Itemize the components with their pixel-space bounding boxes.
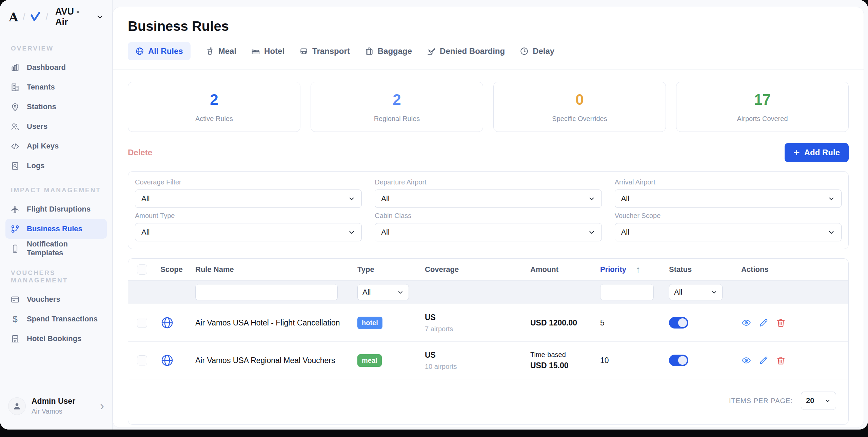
plus-icon: +: [793, 147, 800, 158]
sidebar-item-vouchers[interactable]: Vouchers: [5, 290, 107, 309]
row-checkbox[interactable]: [137, 355, 147, 365]
brand-bar: A / / AVU - Air: [0, 0, 112, 34]
select-value: All: [674, 288, 682, 297]
stat-label: Regional Rules: [374, 115, 420, 123]
sort-asc-icon: ↑: [636, 264, 640, 275]
amount-type-select[interactable]: All: [135, 223, 362, 241]
coverage-filter-select[interactable]: All: [135, 190, 362, 208]
select-value: All: [141, 228, 150, 237]
delete-icon[interactable]: [776, 355, 786, 365]
user-menu[interactable]: Admin User Air Vamos ›: [0, 389, 112, 430]
tab-meal[interactable]: Meal: [205, 42, 236, 60]
airplane-icon: [11, 205, 20, 214]
chevron-down-icon: [588, 195, 595, 202]
building-icon: [11, 83, 20, 92]
chevron-down-icon: [348, 229, 355, 236]
add-rule-label: Add Rule: [804, 148, 840, 157]
coverage-region: US: [425, 313, 530, 322]
tab-label: Transport: [312, 46, 350, 56]
delete-icon[interactable]: [776, 318, 786, 328]
select-value: All: [381, 194, 389, 203]
sidebar-item-hotel-bookings[interactable]: Hotel Bookings: [5, 329, 107, 349]
rule-name: Air Vamos USA Hotel - Flight Cancellatio…: [195, 318, 357, 327]
sidebar-item-users[interactable]: Users: [5, 117, 107, 136]
sidebar-item-business-rules[interactable]: Business Rules: [5, 219, 107, 239]
delete-button[interactable]: Delete: [128, 148, 152, 157]
row-actions: [741, 318, 848, 328]
git-branch-icon: [11, 224, 20, 234]
chevron-right-icon: ›: [100, 399, 104, 413]
rule-name: Air Vamos USA Regional Meal Vouchers: [195, 356, 357, 365]
tab-denied-boarding[interactable]: Denied Boarding: [427, 42, 505, 60]
departure-airport-select[interactable]: All: [375, 190, 601, 208]
sidebar-item-label: Spend Transactions: [27, 315, 98, 323]
sidebar-item-stations[interactable]: Stations: [5, 97, 107, 117]
view-icon[interactable]: [741, 318, 751, 328]
items-per-page-select[interactable]: 20: [801, 392, 836, 410]
sidebar-item-flight-disruptions[interactable]: Flight Disruptions: [5, 199, 107, 219]
sidebar-section-label: OVERVIEW: [11, 45, 101, 52]
table-header-row: Scope Rule Name Type Coverage Amount Pri…: [128, 259, 848, 280]
col-priority[interactable]: Priority ↑: [600, 264, 669, 275]
sidebar-item-api-keys[interactable]: Api Keys: [5, 136, 107, 156]
table-row: Air Vamos USA Hotel - Flight Cancellatio…: [128, 304, 848, 342]
status-toggle[interactable]: [669, 355, 688, 366]
sidebar-item-logs[interactable]: Logs: [5, 156, 107, 176]
brand-separator: /: [23, 12, 25, 22]
tab-label: Denied Boarding: [440, 46, 505, 56]
select-value: All: [621, 228, 629, 237]
chevron-down-icon: [96, 13, 103, 21]
avatar: [8, 397, 26, 415]
sidebar-item-tenants[interactable]: Tenants: [5, 77, 107, 97]
tab-all-rules[interactable]: All Rules: [128, 42, 191, 60]
users-icon: [11, 122, 20, 131]
rules-table: Scope Rule Name Type Coverage Amount Pri…: [128, 258, 849, 425]
status-filter-select[interactable]: All: [669, 284, 723, 300]
edit-icon[interactable]: [758, 318, 769, 328]
stat-value: 2: [393, 91, 401, 108]
select-all-checkbox[interactable]: [137, 264, 147, 275]
app-window: A / / AVU - Air OVERVIEW Dashboard Tenan…: [0, 0, 868, 430]
dollar-icon: $: [11, 314, 20, 324]
tab-baggage[interactable]: Baggage: [365, 42, 412, 60]
arrival-airport-select[interactable]: All: [615, 190, 842, 208]
voucher-scope-select[interactable]: All: [615, 223, 842, 241]
row-checkbox[interactable]: [137, 318, 147, 328]
cabin-class-select[interactable]: All: [375, 223, 601, 241]
sidebar-item-notification-templates[interactable]: Notification Templates: [5, 239, 107, 258]
clock-icon: [520, 47, 529, 56]
toggle-knob: [678, 318, 687, 327]
sidebar: A / / AVU - Air OVERVIEW Dashboard Tenan…: [0, 0, 113, 430]
hotel-building-icon: [11, 334, 20, 343]
status-toggle[interactable]: [669, 317, 688, 329]
priority-value: 5: [600, 318, 669, 327]
sidebar-item-label: Dashboard: [27, 63, 66, 72]
chevron-down-icon: [588, 229, 595, 236]
priority-filter-input[interactable]: [600, 284, 654, 300]
main-card: Business Rules All Rules Meal Hotel Tran…: [113, 7, 864, 428]
tab-delay[interactable]: Delay: [520, 42, 554, 60]
sidebar-item-label: Stations: [27, 102, 56, 111]
filters-panel: Coverage Filter All Departure Airport Al…: [128, 171, 849, 249]
col-amount: Amount: [530, 265, 600, 274]
tab-hotel[interactable]: Hotel: [251, 42, 284, 60]
select-value: 20: [806, 396, 814, 405]
tab-transport[interactable]: Transport: [299, 42, 350, 60]
sidebar-item-dashboard[interactable]: Dashboard: [5, 58, 107, 77]
tenant-name: AVU - Air: [55, 6, 93, 27]
priority-label: Priority: [600, 265, 626, 274]
type-filter-select[interactable]: All: [357, 284, 409, 300]
rule-name-filter-input[interactable]: [195, 284, 338, 300]
stat-value: 0: [575, 91, 584, 108]
drink-icon: [205, 47, 214, 56]
select-value: All: [381, 228, 389, 237]
table-filter-row: All All: [128, 280, 848, 304]
view-icon[interactable]: [741, 355, 751, 365]
tenant-selector[interactable]: AVU - Air: [55, 6, 103, 27]
sidebar-item-spend-transactions[interactable]: $ Spend Transactions: [5, 309, 107, 329]
amount-value: USD 15.00: [530, 361, 600, 370]
edit-icon[interactable]: [758, 355, 769, 365]
filter-label: Coverage Filter: [135, 178, 362, 186]
sidebar-item-label: Api Keys: [27, 142, 59, 151]
add-rule-button[interactable]: + Add Rule: [785, 143, 849, 162]
